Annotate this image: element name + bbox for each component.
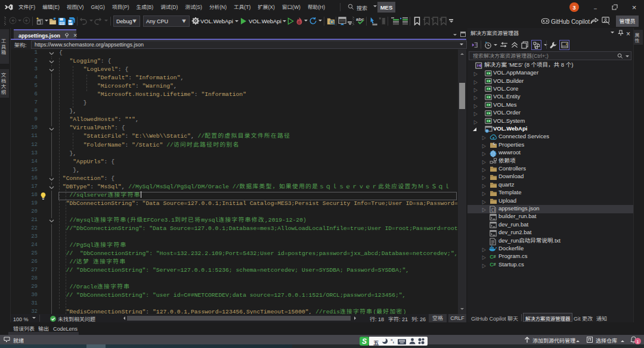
svg-text:{}: {} xyxy=(491,209,496,213)
svg-text:#: # xyxy=(494,262,496,267)
svg-text:#: # xyxy=(494,254,496,259)
